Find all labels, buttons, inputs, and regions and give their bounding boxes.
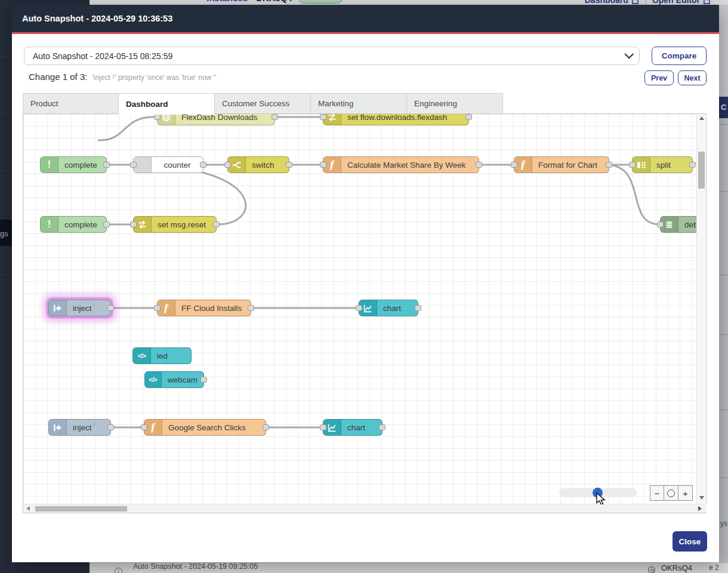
node-debug[interactable]: debug (660, 216, 697, 233)
output-port[interactable] (103, 221, 110, 227)
node-label: chart (347, 423, 365, 432)
snapshot-select-value: Auto Snapshot - 2024-05-15 08:25:59 (33, 51, 172, 61)
output-port[interactable] (107, 305, 114, 311)
input-port[interactable] (657, 221, 664, 227)
input-port[interactable] (356, 305, 362, 311)
snapshot-select[interactable]: Auto Snapshot - 2024-05-15 08:25:59 (24, 47, 640, 65)
vertical-scrollbar[interactable] (696, 114, 706, 504)
node-complete-1[interactable]: !complete (40, 156, 107, 173)
tab-dashboard[interactable]: Dashboard (119, 93, 215, 115)
output-port[interactable] (248, 305, 254, 311)
tab-product[interactable]: Product (23, 93, 119, 114)
input-port[interactable] (511, 162, 517, 168)
tab-customer-success[interactable]: Customer Success (215, 93, 311, 114)
input-port[interactable] (320, 162, 326, 168)
zoom-out-button[interactable]: − (650, 485, 664, 501)
node-webcam[interactable]: </>webcam (144, 371, 204, 388)
input-port[interactable] (130, 162, 137, 168)
input-port[interactable] (224, 162, 231, 168)
node-flexdash-downloads[interactable]: FlexDash Downloads (157, 114, 275, 125)
wire (609, 165, 660, 224)
zoom-slider[interactable] (559, 488, 637, 497)
output-port[interactable] (107, 424, 114, 430)
node-label: debug (684, 220, 697, 229)
output-port[interactable] (200, 162, 206, 168)
node-inject-1[interactable]: inject¹ (48, 300, 111, 316)
scroll-left-icon[interactable] (26, 506, 30, 511)
close-button[interactable]: Close (673, 531, 707, 552)
node-label: counter (164, 161, 190, 170)
node-label: FlexDash Downloads (181, 114, 258, 122)
node-ff-cloud-installs[interactable]: ƒFF Cloud Installs (157, 300, 251, 316)
output-port[interactable] (272, 114, 278, 120)
horizontal-scrollbar[interactable] (23, 504, 707, 513)
scroll-up-icon[interactable] (699, 116, 704, 120)
input-port[interactable] (629, 162, 636, 168)
wire (133, 165, 246, 224)
output-port[interactable] (263, 424, 269, 430)
output-port[interactable] (465, 114, 472, 120)
node-google-search-clicks[interactable]: ƒGoogle Search Clicks (144, 419, 266, 436)
node-label-superscript: ¹ (94, 300, 95, 309)
node-label: Google Search Clicks (168, 423, 246, 432)
inject-arrow-icon (49, 420, 67, 435)
prev-button[interactable]: Prev (644, 70, 674, 85)
output-port[interactable] (379, 424, 385, 430)
zoom-buttons: − + (650, 485, 693, 501)
flow-editor-area[interactable]: FlexDash Downloadsset flow.downloads.fle… (23, 114, 697, 504)
wire (98, 117, 153, 140)
node-complete-2[interactable]: !complete (40, 216, 107, 233)
node-chart-1[interactable]: chart (359, 300, 418, 316)
node-label: FF Cloud Installs (181, 304, 242, 313)
node-label: split (656, 161, 671, 170)
output-port[interactable] (286, 162, 292, 168)
zoom-in-button[interactable]: + (678, 485, 693, 501)
output-port[interactable] (415, 305, 421, 311)
output-port[interactable] (606, 162, 612, 168)
output-port[interactable] (476, 162, 482, 168)
zoom-slider-thumb[interactable] (593, 488, 603, 498)
node-set-msg-reset[interactable]: set msg.reset (133, 216, 217, 233)
input-port[interactable] (320, 424, 326, 430)
node-chart-2[interactable]: chart (323, 419, 382, 436)
code-icon: </> (145, 372, 162, 387)
output-port[interactable] (200, 377, 207, 383)
horizontal-scrollbar-thumb[interactable] (35, 506, 127, 512)
tab-marketing[interactable]: Marketing (311, 93, 407, 114)
change-counter: Change 1 of 3: (29, 72, 87, 82)
next-button[interactable]: Next (678, 70, 707, 85)
input-port[interactable] (154, 114, 161, 120)
node-calculate-market-share[interactable]: ƒCalculate Market Share By Week (323, 156, 479, 173)
node-counter[interactable]: counter (133, 156, 203, 173)
zoom-reset-icon (667, 489, 675, 497)
input-port[interactable] (154, 305, 161, 311)
change-detail: 'inject ¹' property 'once' was 'true' no… (92, 73, 216, 82)
output-port[interactable] (689, 162, 696, 168)
node-inject-2[interactable]: inject¹ (48, 419, 111, 436)
screen: Instances OKRsQ4 Dashboard Open Editor (0, 0, 728, 573)
node-label: Calculate Market Share By Week (347, 161, 466, 170)
input-port[interactable] (320, 114, 326, 120)
snapshot-compare-modal: Auto Snapshot - 2024-05-29 10:36:53 Auto… (12, 5, 719, 562)
tab-engineering[interactable]: Engineering (407, 93, 503, 114)
zoom-reset-button[interactable] (664, 485, 678, 501)
output-port[interactable] (213, 221, 220, 227)
input-port[interactable] (130, 221, 137, 227)
modal-header: Auto Snapshot - 2024-05-29 10:36:53 (12, 5, 719, 32)
vertical-scrollbar-thumb[interactable] (698, 152, 705, 189)
node-set-flow-downloads-flexdash[interactable]: set flow.downloads.flexdash (323, 114, 469, 125)
node-switch[interactable]: switch (227, 156, 289, 173)
node-label: led (157, 352, 168, 361)
node-label: chart (383, 304, 401, 313)
node-split[interactable]: split (632, 156, 693, 173)
compare-button[interactable]: Compare (652, 47, 707, 65)
inject-arrow-icon (49, 300, 67, 316)
node-format-for-chart[interactable]: ƒFormat for Chart (514, 156, 609, 173)
modal-title: Auto Snapshot - 2024-05-29 10:36:53 (12, 14, 172, 23)
node-led[interactable]: </>led (132, 347, 192, 364)
scroll-down-icon[interactable] (699, 496, 704, 500)
scroll-right-icon[interactable] (698, 506, 702, 511)
exclamation-icon: ! (41, 157, 58, 172)
output-port[interactable] (103, 162, 110, 168)
input-port[interactable] (141, 424, 147, 430)
